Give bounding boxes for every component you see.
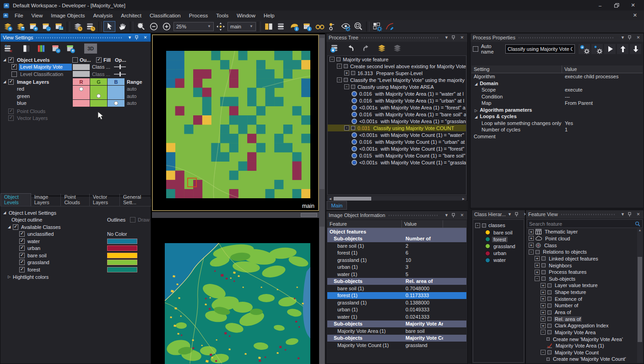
expand-icon[interactable]: + bbox=[535, 270, 540, 275]
eye-gear-icon[interactable] bbox=[340, 21, 352, 32]
column-setting[interactable]: Setting bbox=[471, 65, 562, 73]
list-history-icon[interactable] bbox=[85, 21, 97, 32]
feature-row[interactable]: -Majority Vote Area bbox=[527, 329, 638, 336]
map-view-main[interactable]: main bbox=[152, 34, 319, 211]
pin-icon[interactable] bbox=[135, 35, 141, 40]
pin-icon[interactable] bbox=[628, 35, 633, 40]
class-item-water[interactable]: water bbox=[473, 257, 524, 264]
process-row[interactable]: -Majority vote feature bbox=[328, 56, 466, 63]
process-properties-title-bar[interactable]: Process Properties ▼ ✕ bbox=[471, 33, 644, 42]
expand-icon[interactable]: + bbox=[541, 283, 546, 288]
pin-icon[interactable] bbox=[451, 35, 457, 40]
zoom-level-select[interactable]: 25%▼ bbox=[173, 22, 214, 31]
feature-row[interactable]: +Neighbors bbox=[527, 262, 638, 269]
process-row[interactable]: -Classify the "Level Majority Vote" usin… bbox=[328, 76, 466, 83]
collapse-icon[interactable]: - bbox=[541, 330, 546, 335]
undo-icon[interactable] bbox=[345, 43, 357, 54]
collapse-icon[interactable]: - bbox=[330, 57, 335, 62]
redo-icon[interactable] bbox=[360, 43, 372, 54]
pin-icon[interactable] bbox=[628, 212, 633, 217]
setting-row[interactable]: Scopeexecute bbox=[471, 87, 643, 93]
tab-general-sett[interactable]: General Sett... bbox=[120, 194, 152, 206]
feature-row[interactable]: +Thematic layer bbox=[527, 228, 638, 235]
viewer-vertical-scrollbar[interactable] bbox=[319, 34, 325, 364]
column-feature[interactable]: Feature bbox=[327, 220, 402, 228]
bare-soil-checkbox[interactable] bbox=[19, 253, 25, 258]
curve-pen-icon[interactable] bbox=[384, 21, 396, 32]
process-row[interactable]: -Classify using Majority Vote AREA bbox=[328, 83, 466, 90]
setting-row[interactable]: Algorithmexecute child processes bbox=[471, 73, 643, 80]
new-scene-icon[interactable]: + bbox=[2, 21, 14, 32]
feature-row[interactable]: +Shape texture bbox=[527, 289, 638, 296]
expand-icon[interactable]: + bbox=[541, 296, 546, 301]
view-rgb-icon[interactable] bbox=[35, 43, 48, 54]
expand-icon[interactable]: + bbox=[541, 316, 546, 321]
drag-handle[interactable] bbox=[362, 37, 438, 38]
collapse-icon[interactable]: - bbox=[541, 350, 546, 355]
image-object-info-title-bar[interactable]: Image Object Information ▼ ✕ bbox=[326, 211, 467, 219]
feature-row[interactable]: +Clark Aggregation Index bbox=[527, 322, 638, 329]
collapse-icon[interactable]: - bbox=[529, 250, 534, 255]
rows-view-icon[interactable] bbox=[276, 21, 287, 32]
scrollbar-thumb[interactable] bbox=[319, 38, 325, 189]
table-row[interactable]: bare soil (1)2 bbox=[327, 242, 466, 250]
object-levels-checkbox[interactable] bbox=[8, 57, 14, 63]
gear-run-button[interactable] bbox=[591, 44, 603, 54]
menu-architect[interactable]: Architect bbox=[117, 11, 146, 20]
close-icon[interactable]: ✕ bbox=[635, 35, 641, 40]
pin-icon[interactable] bbox=[514, 212, 520, 217]
process-row[interactable]: 0.016with Majority Vote Area (1) = "bare… bbox=[328, 111, 466, 118]
grassland-checkbox[interactable] bbox=[19, 260, 25, 265]
search-icon[interactable] bbox=[635, 221, 640, 227]
chevron-down-icon[interactable]: ▼ bbox=[620, 35, 626, 40]
open-view-icon[interactable] bbox=[53, 21, 65, 32]
classes-root-row[interactable]: -classes bbox=[473, 222, 524, 229]
opacity-slider[interactable] bbox=[114, 74, 126, 75]
cursor-icon[interactable] bbox=[103, 21, 115, 32]
expanded-arrow-icon[interactable]: ◢ bbox=[475, 115, 477, 119]
drag-handle[interactable] bbox=[389, 215, 438, 216]
outline-column-checkbox[interactable] bbox=[72, 57, 78, 63]
collapsed-arrow-icon[interactable]: ▷ bbox=[475, 109, 477, 113]
feature-row[interactable]: +Class bbox=[527, 242, 638, 249]
zoom-in-icon[interactable] bbox=[161, 21, 173, 32]
navigate-icon[interactable] bbox=[215, 21, 227, 32]
move-down-button[interactable] bbox=[630, 44, 641, 54]
image-layers-checkbox[interactable] bbox=[8, 79, 14, 85]
expand-icon[interactable]: + bbox=[541, 303, 546, 308]
collapse-icon[interactable]: - bbox=[535, 276, 540, 281]
expanded-arrow-icon[interactable]: ◢ bbox=[475, 82, 477, 86]
level-checkbox[interactable] bbox=[11, 64, 17, 70]
setting-row[interactable]: Number of cycles1 bbox=[471, 126, 643, 133]
tab-vector-layers[interactable]: Vector Layers bbox=[90, 194, 120, 206]
setting-row[interactable]: Loop while something changes onlyYes bbox=[471, 120, 643, 127]
column-value[interactable]: Value bbox=[402, 220, 443, 228]
channel-assign-radio[interactable] bbox=[79, 87, 83, 91]
setting-row[interactable]: Condition--- bbox=[471, 93, 643, 100]
play-button[interactable] bbox=[604, 44, 616, 54]
chevron-down-icon[interactable]: ▼ bbox=[444, 35, 449, 40]
menu-tools[interactable]: Tools bbox=[212, 11, 233, 20]
channel-assign-radio[interactable] bbox=[97, 94, 101, 98]
class-hierarchy-title-bar[interactable]: Class Hierar... ▼ ✕ bbox=[472, 210, 525, 218]
close-icon[interactable]: ✕ bbox=[459, 213, 465, 217]
classification-map-image[interactable] bbox=[165, 243, 310, 364]
unclassified-checkbox[interactable] bbox=[19, 231, 25, 237]
expand-icon[interactable]: + bbox=[541, 323, 546, 328]
feature-row[interactable]: Create new 'Majority Vote Count' bbox=[527, 356, 638, 363]
process-row[interactable]: 0.015with Majority Vote Count (1) = "bar… bbox=[328, 152, 466, 159]
feature-row[interactable]: +Linked object features bbox=[527, 255, 638, 262]
menu-process[interactable]: Process bbox=[185, 11, 212, 20]
close-icon[interactable]: ✕ bbox=[635, 212, 641, 217]
grid-gear-icon[interactable] bbox=[371, 21, 383, 32]
save-scene-icon[interactable] bbox=[15, 21, 27, 32]
feature-view-title-bar[interactable]: Feature View ▼ ✕ bbox=[526, 210, 644, 218]
table-row[interactable]: bare soil (1)0.7048000 bbox=[327, 285, 466, 292]
setting-row[interactable]: Comment bbox=[471, 133, 643, 140]
process-row[interactable]: <0.001swith Majority Vote Area (1) = "fo… bbox=[328, 104, 466, 111]
zoom-out-icon[interactable] bbox=[148, 21, 160, 32]
process-row[interactable]: -Create second level above existing for … bbox=[328, 63, 466, 70]
gear-add-button[interactable]: + bbox=[579, 44, 590, 54]
feature-row[interactable]: -Relations to objects bbox=[527, 249, 638, 255]
table-row[interactable]: water (1)0.0241333 bbox=[327, 313, 466, 321]
